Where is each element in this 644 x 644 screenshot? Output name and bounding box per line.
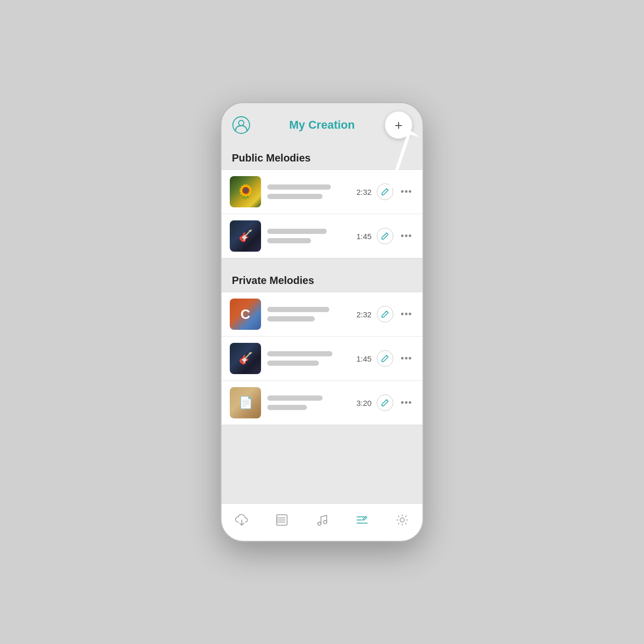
- melody-item-5[interactable]: 📄 3:20 •••: [221, 381, 423, 425]
- melody-thumb-1: 🌻: [230, 176, 261, 207]
- guitar-image: 🎸: [230, 220, 261, 252]
- melody-meta-5: 3:20 •••: [353, 394, 414, 411]
- svg-point-1: [239, 120, 244, 126]
- melody-subtitle-3-blurred: [267, 316, 315, 321]
- svg-line-16: [321, 515, 327, 517]
- melody-meta-4: 1:45 •••: [353, 350, 414, 367]
- melody-thumb-3: C: [230, 299, 261, 330]
- melody-info-5: [267, 395, 346, 410]
- section-divider-1: [221, 259, 423, 267]
- melody-thumb-4: 🎸: [230, 343, 261, 374]
- melody-meta-3: 2:32 •••: [353, 306, 414, 323]
- private-melodies-list: C 2:32 •••: [221, 292, 423, 425]
- melody-thumb-2: 🎸: [230, 220, 261, 252]
- melody-info-3: [267, 307, 346, 321]
- tab-bar: [221, 503, 423, 541]
- phone-frame: My Creation + Public Melodies 🌻: [220, 102, 424, 542]
- melody-duration-3: 2:32: [353, 310, 371, 319]
- profile-icon[interactable]: [232, 116, 251, 134]
- c-letter-image: C: [230, 299, 261, 330]
- melody-duration-1: 2:32: [353, 188, 371, 196]
- guitar2-image: 🎸: [230, 343, 261, 374]
- sheet-music-image: 📄: [230, 387, 261, 418]
- melody-title-1-blurred: [267, 184, 331, 190]
- svg-point-13: [324, 521, 327, 524]
- melody-edit-button-3[interactable]: [377, 306, 393, 323]
- private-melodies-section-header: Private Melodies: [221, 267, 423, 292]
- melody-item-2[interactable]: 🎸 1:45 •••: [221, 214, 423, 258]
- melody-title-5-blurred: [267, 395, 323, 401]
- add-button[interactable]: +: [385, 112, 412, 139]
- header-right: +: [385, 112, 412, 139]
- tab-settings[interactable]: [382, 509, 423, 531]
- melody-meta-1: 2:32 •••: [353, 183, 414, 200]
- header: My Creation +: [221, 103, 423, 145]
- public-melodies-section-header: Public Melodies: [221, 145, 423, 169]
- melody-more-button-3[interactable]: •••: [399, 307, 414, 322]
- tab-music[interactable]: [302, 509, 342, 531]
- melody-edit-button-1[interactable]: [377, 183, 393, 200]
- svg-point-12: [318, 522, 321, 525]
- content: Public Melodies 🌻 2:32: [221, 145, 423, 467]
- melody-item-4[interactable]: 🎸 1:45 •••: [221, 337, 423, 380]
- public-melodies-title: Public Melodies: [232, 152, 311, 164]
- page-title: My Creation: [289, 118, 355, 132]
- melody-title-3-blurred: [267, 307, 329, 312]
- melody-subtitle-2-blurred: [267, 238, 311, 243]
- sunflower-image: 🌻: [230, 176, 261, 207]
- melody-edit-button-4[interactable]: [377, 350, 393, 367]
- melody-edit-button-2[interactable]: [377, 228, 393, 244]
- tab-list[interactable]: [262, 509, 302, 531]
- bottom-space: [221, 426, 423, 467]
- melody-duration-5: 3:20: [353, 399, 371, 407]
- melody-item-3[interactable]: C 2:32 •••: [221, 292, 423, 336]
- melody-more-button-1[interactable]: •••: [399, 184, 414, 200]
- svg-point-20: [400, 518, 404, 522]
- melody-duration-4: 1:45: [353, 354, 371, 363]
- plus-icon: +: [394, 118, 402, 132]
- melody-more-button-5[interactable]: •••: [399, 395, 414, 411]
- melody-title-2-blurred: [267, 229, 327, 234]
- melody-info-4: [267, 351, 346, 366]
- melody-info-2: [267, 229, 346, 243]
- tab-creation[interactable]: [342, 509, 382, 531]
- private-melodies-title: Private Melodies: [232, 275, 314, 286]
- melody-subtitle-4-blurred: [267, 361, 319, 366]
- public-melodies-list: 🌻 2:32 •••: [221, 169, 423, 258]
- tab-cloud[interactable]: [221, 509, 262, 531]
- melody-title-4-blurred: [267, 351, 332, 356]
- melody-meta-2: 1:45 •••: [353, 228, 414, 244]
- melody-item-1[interactable]: 🌻 2:32 •••: [221, 169, 423, 214]
- melody-thumb-5: 📄: [230, 387, 261, 418]
- melody-info-1: [267, 184, 346, 199]
- melody-subtitle-1-blurred: [267, 194, 323, 199]
- melody-more-button-2[interactable]: •••: [399, 229, 414, 244]
- melody-edit-button-5[interactable]: [377, 394, 393, 411]
- melody-duration-2: 1:45: [353, 232, 371, 241]
- melody-more-button-4[interactable]: •••: [399, 351, 414, 366]
- melody-subtitle-5-blurred: [267, 405, 307, 410]
